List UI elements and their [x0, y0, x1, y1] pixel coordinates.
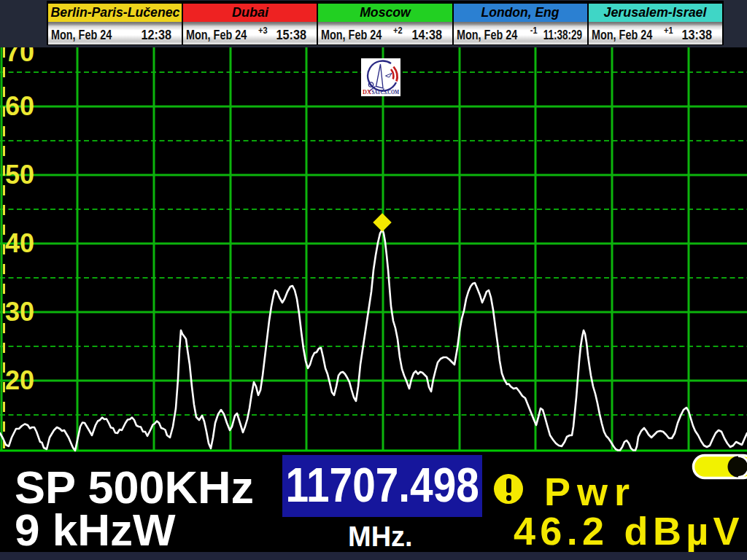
- svg-text:SATCS.COM: SATCS.COM: [372, 88, 400, 96]
- svg-text:40: 40: [5, 228, 34, 258]
- svg-text:30: 30: [5, 297, 34, 327]
- svg-text:50: 50: [5, 160, 34, 190]
- svg-text:DX: DX: [363, 88, 371, 96]
- svg-text:60: 60: [5, 91, 34, 121]
- svg-text:70: 70: [5, 47, 34, 67]
- svg-text:20: 20: [5, 365, 34, 395]
